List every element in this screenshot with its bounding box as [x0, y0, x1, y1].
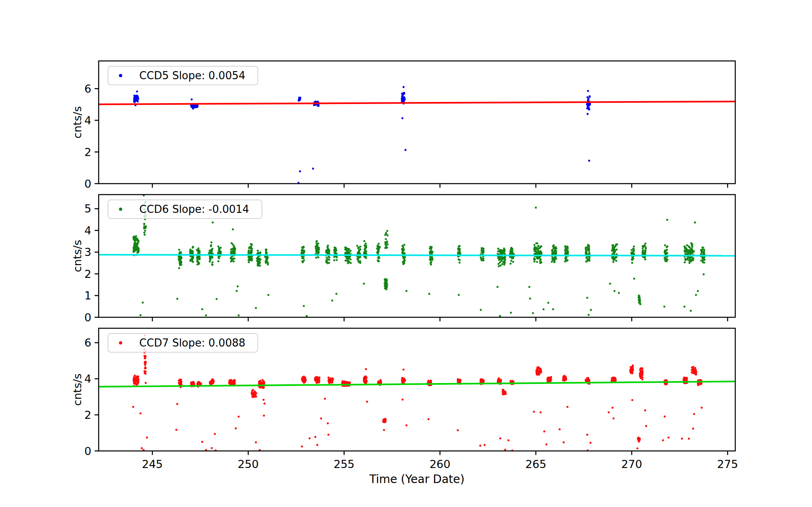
legend-marker-ccd5-icon [119, 74, 122, 77]
matplotlib-figure: 02460123450246245250255260265270275 CCD5… [0, 0, 812, 507]
legend-marker-ccd7-icon [119, 341, 122, 344]
y-tick-label: 2 [84, 268, 91, 280]
y-tick-label: 4 [84, 373, 91, 385]
y-tick-label: 4 [84, 224, 91, 237]
x-tick-label: 265 [525, 458, 546, 470]
legend-ccd7: CCD7 Slope: 0.0088 [108, 333, 258, 353]
y-axis-label-middle: cnts/s [71, 240, 84, 272]
x-tick-label: 255 [334, 458, 355, 470]
trend-line-ccd5 [99, 102, 735, 104]
legend-marker-ccd6-icon [119, 208, 122, 211]
y-axis-label-top: cnts/s [71, 106, 84, 139]
y-tick-label: 6 [84, 336, 91, 349]
y-tick-label: 1 [84, 289, 91, 302]
y-tick-label: 5 [84, 202, 91, 215]
x-tick-label: 250 [238, 458, 259, 470]
x-axis-label: Time (Year Date) [369, 472, 464, 486]
y-tick-label: 6 [84, 82, 91, 95]
y-tick-label: 3 [84, 246, 91, 258]
legend-label-ccd7: CCD7 Slope: 0.0088 [139, 337, 245, 349]
x-tick-label: 245 [142, 458, 163, 470]
legend-label-ccd5: CCD5 Slope: 0.0054 [139, 69, 245, 82]
trend-line-ccd6 [99, 255, 735, 256]
x-tick-label: 260 [430, 458, 451, 470]
legend-ccd6: CCD6 Slope: -0.0014 [108, 199, 262, 219]
x-tick-label: 275 [717, 458, 738, 470]
y-tick-label: 0 [84, 445, 91, 457]
y-tick-label: 2 [84, 146, 91, 158]
x-tick-label: 270 [621, 458, 642, 470]
y-axis-label-bottom: cnts/s [71, 373, 84, 406]
y-tick-label: 4 [84, 114, 91, 127]
y-tick-label: 0 [84, 178, 91, 190]
y-tick-label: 2 [84, 409, 91, 421]
y-tick-label: 0 [84, 311, 91, 324]
legend-ccd5: CCD5 Slope: 0.0054 [108, 66, 258, 85]
legend-label-ccd6: CCD6 Slope: -0.0014 [139, 203, 249, 215]
scatter-ccd5 [133, 86, 591, 184]
